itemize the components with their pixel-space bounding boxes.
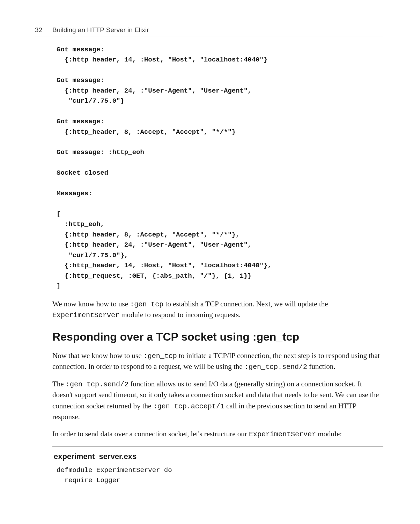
inline-code: :gen_tcp.send/2: [244, 363, 307, 371]
header-title: Building an HTTP Server in Elixir: [52, 26, 149, 34]
text: function.: [307, 362, 335, 371]
inline-code: ExperimentServer: [249, 430, 316, 438]
text: module:: [316, 430, 342, 438]
text: module to respond to incoming requests.: [119, 311, 241, 319]
code-output-block: Got message: {:http_header, 14, :Host, "…: [57, 45, 383, 292]
inline-code: :gen_tcp.send/2: [66, 380, 128, 388]
inline-code: :gen_tcp: [130, 300, 163, 308]
page-content: Got message: {:http_header, 14, :Host, "…: [52, 45, 383, 486]
section-heading: Responding over a TCP socket using :gen_…: [52, 330, 383, 343]
page-number: 32: [35, 26, 52, 34]
inline-code: ExperimentServer: [52, 311, 119, 319]
text: In order to send data over a connection …: [52, 430, 249, 438]
paragraph-send-intro: Now that we know how to use :gen_tcp to …: [52, 350, 383, 372]
paragraph-gen-tcp-intro: We now know how to use :gen_tcp to estab…: [52, 299, 383, 321]
code-listing: defmodule ExperimentServer do require Lo…: [57, 465, 383, 486]
text: Now that we know how to use: [52, 351, 143, 360]
paragraph-send-detail: The :gen_tcp.send/2 function allows us t…: [52, 379, 383, 422]
text: We now know how to use: [52, 300, 130, 308]
page: 32 Building an HTTP Server in Elixir Got…: [0, 0, 420, 524]
header-rule: [35, 36, 383, 36]
inline-code: :gen_tcp.accept/1: [153, 402, 224, 410]
file-label: experiment_server.exs: [54, 452, 383, 461]
inline-code: :gen_tcp: [143, 352, 177, 360]
text: The: [52, 380, 66, 388]
text: to establish a TCP connection. Next, we …: [163, 300, 328, 308]
code-listing-rule: [52, 446, 383, 446]
page-header: 32 Building an HTTP Server in Elixir: [35, 26, 383, 34]
paragraph-restructure: In order to send data over a connection …: [52, 429, 383, 440]
